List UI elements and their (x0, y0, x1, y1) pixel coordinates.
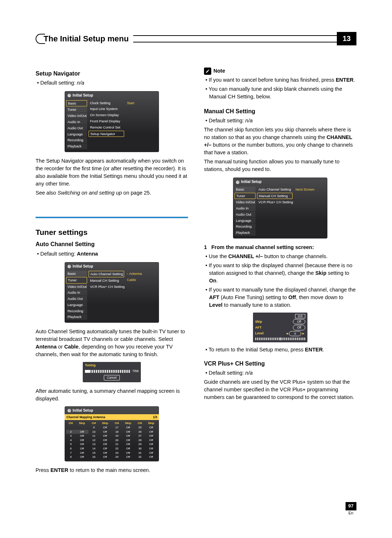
osd-auto-channel: Initial Setup BasicTunerVideo In/OutAudi… (65, 262, 159, 323)
osd-option[interactable]: Cable (126, 277, 158, 283)
channel-row[interactable]: 24Off (112, 455, 135, 459)
chapter-number-badge: 13 (337, 32, 356, 45)
osd-menu-item[interactable]: Basic (234, 187, 256, 192)
channel-row[interactable]: 8Off (66, 455, 89, 459)
channel-row[interactable]: 9Off (89, 425, 112, 430)
osd-submenu-item[interactable]: VCR Plus+ CH Setting (257, 199, 293, 205)
vcr-plus-heading: VCR Plus+ CH Setting (204, 359, 356, 368)
channel-row[interactable]: 15Off (89, 451, 112, 455)
manual-ch-heading: Manual CH Setting (204, 107, 356, 115)
channel-row[interactable]: 10Off (89, 430, 112, 434)
channel-row[interactable]: 29Off (135, 442, 158, 447)
channel-row[interactable]: 14Off (89, 447, 112, 451)
auto-channel-para3: Press ENTER to return to the main menu s… (36, 466, 188, 474)
channel-row[interactable]: 17Off (112, 425, 135, 430)
osd-menu-item[interactable]: Language (66, 131, 87, 137)
level-value[interactable]: 0 (289, 331, 301, 336)
osd-menu-item[interactable]: Video In/Out (66, 113, 87, 119)
channel-row[interactable]: 19Off (112, 434, 135, 438)
osd-menu-item[interactable]: Playback (234, 230, 256, 236)
osd-menu-item[interactable]: Video In/Out (234, 199, 256, 205)
osd-submenu-item[interactable]: Input Line System (89, 106, 124, 112)
osd-menu-item[interactable]: Recording (234, 224, 256, 229)
osd-submenu-item[interactable]: Auto Channel Setting (89, 271, 124, 277)
skip-toggle[interactable]: Off (293, 319, 305, 324)
disc-icon (236, 180, 240, 184)
channel-row[interactable]: 4Off (66, 438, 89, 443)
channel-row[interactable]: 13Off (89, 442, 112, 447)
channel-row[interactable]: 6Off (66, 447, 89, 451)
osd-menu-item[interactable]: Audio Out (234, 212, 256, 217)
osd-menu-item[interactable]: Language (66, 302, 87, 308)
channel-row[interactable]: 23Off (112, 451, 135, 455)
channel-row[interactable]: 21Off (112, 442, 135, 447)
channel-row[interactable]: 16Off (89, 455, 112, 459)
manual-return: To return to the Initial Setup menu, pre… (209, 346, 356, 354)
disc-icon (68, 265, 71, 268)
channel-row[interactable]: 3Off (66, 434, 89, 438)
chevron-left-icon[interactable]: ◀ (285, 332, 289, 335)
osd-channel-mapping: Initial Setup Channel Mapping Antenna1/3… (65, 406, 159, 461)
osd-menu-item[interactable]: Audio In (66, 290, 87, 296)
note-bullet-1: If you want to cancel before tuning has … (209, 76, 356, 84)
osd-submenu-item[interactable]: On Screen Display (89, 112, 124, 118)
osd-submenu-item[interactable]: Clock Setting (89, 100, 124, 106)
chevron-right-icon[interactable]: ▶ (301, 332, 305, 335)
channel-row[interactable]: 5Off (66, 442, 89, 447)
channel-row[interactable]: 27Off (135, 434, 158, 438)
channel-row[interactable]: 22Off (112, 447, 135, 451)
osd-menu-item[interactable]: Basic (66, 271, 87, 277)
channel-row[interactable]: 25Off (135, 425, 158, 430)
channel-row[interactable]: 32Off (135, 455, 158, 459)
channel-row[interactable]: 11Off (89, 434, 112, 438)
left-column: Setup Navigator Default setting: n/a Ini… (36, 67, 188, 476)
osd-submenu-item[interactable]: Auto Channel Setting (257, 187, 293, 192)
osd-menu-item[interactable]: Recording (66, 308, 87, 314)
osd-tuning-progress: Tuning 7/68 Cancel (83, 362, 141, 382)
channel-row[interactable]: 28Off (135, 438, 158, 443)
osd-menu-item[interactable]: Tuner (66, 277, 87, 284)
setup-navigator-heading: Setup Navigator (36, 69, 188, 78)
osd-submenu-item[interactable]: VCR Plus+ CH Setting (89, 284, 124, 290)
aft-toggle[interactable]: Off (293, 325, 305, 330)
osd-menu-item[interactable]: Language (234, 218, 256, 224)
auto-channel-default: Default setting: Antenna (41, 250, 188, 258)
channel-row[interactable]: 7Off (66, 451, 89, 455)
osd-menu-item[interactable]: Tuner (66, 107, 87, 113)
chapter-rule (133, 35, 337, 42)
osd-menu-item[interactable]: Audio In (234, 205, 256, 211)
cancel-button[interactable]: Cancel (104, 375, 120, 380)
manual-s3: If you want to manually tune the display… (209, 286, 356, 309)
channel-row[interactable]: 31Off (135, 451, 158, 455)
osd-submenu-item[interactable]: Remote Control Set (89, 125, 124, 130)
page-footer: 97 En (346, 502, 356, 516)
osd-menu-item[interactable]: Audio Out (66, 125, 87, 131)
channel-row[interactable]: 30Off (135, 447, 158, 451)
channel-row[interactable]: 26Off (135, 430, 158, 434)
osd-option[interactable]: Start (126, 100, 158, 106)
osd-submenu-item[interactable]: Setup Navigator (89, 131, 124, 137)
osd-menu-item[interactable]: Basic (66, 100, 87, 107)
manual-s2: If you want to skip the displayed channe… (209, 262, 356, 285)
osd-submenu-item[interactable]: Manual CH Setting (89, 278, 124, 284)
osd-menu-item[interactable]: Video In/Out (66, 284, 87, 290)
osd-option[interactable]: Antenna (126, 271, 158, 277)
osd-menu-item[interactable]: Playback (66, 143, 87, 149)
setup-nav-para: The Setup Navigator appears automaticall… (36, 157, 188, 188)
osd-manual-ch: Initial Setup BasicTunerVideo In/OutAudi… (233, 178, 327, 239)
osd-submenu-item[interactable]: Manual CH Setting (257, 193, 293, 199)
channel-row[interactable]: 2Off (66, 430, 89, 434)
osd-submenu-item[interactable]: Front Panel Display (89, 118, 124, 124)
osd-menu-item[interactable]: Audio Out (66, 296, 87, 302)
channel-row[interactable]: 18Off (112, 430, 135, 434)
vcr-default: Default setting: n/a (209, 369, 356, 377)
osd-menu-item[interactable]: Tuner (234, 193, 256, 199)
channel-row[interactable]: 20Off (112, 438, 135, 443)
osd-menu-item[interactable]: Recording (66, 137, 87, 143)
manual-ch-p1: The channel skip function lets you skip … (204, 126, 356, 156)
osd-option[interactable]: Next Screen (294, 187, 326, 192)
channel-row[interactable]: 12Off (89, 438, 112, 443)
osd-menu-item[interactable]: Playback (66, 314, 87, 320)
disc-icon (68, 409, 71, 412)
osd-menu-item[interactable]: Audio In (66, 119, 87, 125)
